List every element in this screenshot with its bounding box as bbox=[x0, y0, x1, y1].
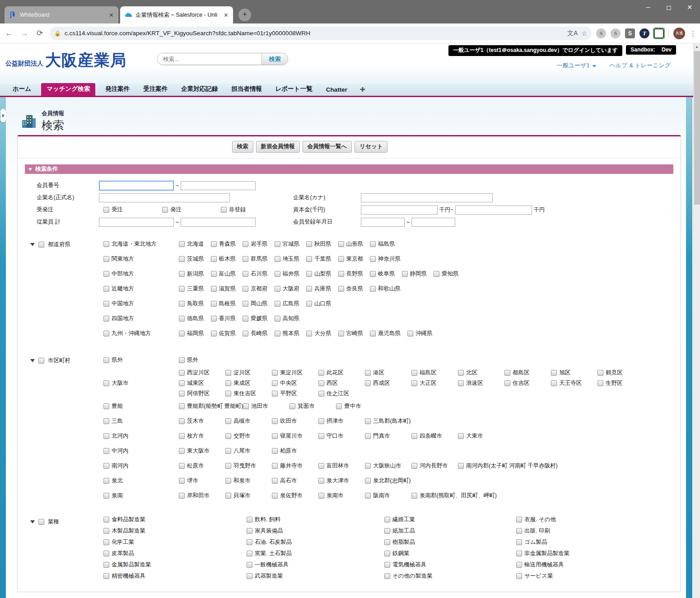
checkbox[interactable] bbox=[275, 301, 280, 307]
checkbox[interactable] bbox=[103, 551, 109, 556]
checkbox[interactable] bbox=[272, 380, 278, 386]
profile-avatar[interactable]: 共通 bbox=[673, 28, 685, 39]
checkbox[interactable] bbox=[275, 331, 280, 336]
reg-date-from-input[interactable] bbox=[361, 218, 405, 227]
checkbox[interactable] bbox=[402, 271, 408, 277]
checkbox[interactable] bbox=[318, 418, 324, 424]
checkbox[interactable] bbox=[247, 517, 252, 523]
checkbox[interactable] bbox=[162, 207, 168, 213]
checkbox[interactable] bbox=[103, 256, 109, 262]
user-menu[interactable]: 一般ユーザ1 bbox=[557, 61, 596, 70]
checkbox[interactable] bbox=[411, 463, 417, 469]
checkbox[interactable] bbox=[272, 370, 278, 376]
nav-tab[interactable]: 発注案件 bbox=[102, 83, 133, 96]
browser-tab-salesforce[interactable]: 企業情報検索 ~ Salesforce - Unli ✕ bbox=[120, 6, 233, 23]
checkbox[interactable] bbox=[103, 433, 109, 439]
action-button[interactable]: リセット bbox=[355, 141, 387, 153]
sidebar-expand-button[interactable] bbox=[0, 109, 6, 122]
checkbox[interactable] bbox=[103, 207, 109, 213]
checkbox[interactable] bbox=[243, 241, 248, 247]
browser-tab-whiteboard[interactable]: WhiteBoard ✕ bbox=[5, 6, 118, 23]
company-name-input[interactable] bbox=[99, 193, 230, 202]
checkbox[interactable] bbox=[365, 418, 371, 424]
checkbox[interactable] bbox=[275, 241, 280, 247]
checkbox[interactable] bbox=[179, 241, 185, 247]
checkbox[interactable] bbox=[103, 301, 109, 307]
checkbox[interactable] bbox=[179, 370, 185, 376]
checkbox[interactable] bbox=[306, 271, 312, 277]
checkbox[interactable] bbox=[306, 301, 312, 307]
checkbox[interactable] bbox=[179, 316, 185, 322]
scrollbar-thumb[interactable] bbox=[694, 51, 700, 205]
browser-menu-icon[interactable]: ⋮ bbox=[690, 29, 696, 37]
checkbox[interactable] bbox=[504, 370, 510, 376]
checkbox[interactable] bbox=[275, 316, 280, 322]
checkbox[interactable] bbox=[243, 403, 249, 409]
nav-tab[interactable]: ホーム bbox=[9, 83, 35, 96]
checkbox[interactable] bbox=[179, 331, 185, 336]
checkbox[interactable] bbox=[211, 301, 217, 307]
checkbox[interactable] bbox=[384, 562, 390, 568]
employees-from-input[interactable] bbox=[99, 218, 174, 227]
extension-coin2-icon[interactable]: S bbox=[611, 28, 621, 38]
collapse-triangle-icon[interactable] bbox=[30, 359, 35, 362]
checkbox[interactable] bbox=[365, 370, 371, 376]
checkbox[interactable] bbox=[370, 256, 376, 262]
action-button[interactable]: 検索 bbox=[232, 141, 253, 153]
checkbox[interactable] bbox=[179, 448, 185, 454]
checkbox[interactable] bbox=[211, 256, 217, 262]
action-button[interactable]: 新規会員情報 bbox=[256, 141, 300, 153]
checkbox[interactable] bbox=[179, 418, 185, 424]
checkbox[interactable] bbox=[370, 286, 376, 292]
checkbox[interactable] bbox=[103, 380, 109, 386]
close-tab-icon[interactable]: ✕ bbox=[109, 12, 114, 19]
maximize-button[interactable]: ◻ bbox=[658, 0, 679, 15]
forward-button[interactable]: → bbox=[19, 29, 30, 38]
checkbox[interactable] bbox=[243, 256, 248, 262]
checkbox[interactable] bbox=[272, 418, 278, 424]
add-tab-icon[interactable]: ✚ bbox=[357, 84, 368, 96]
checkbox[interactable] bbox=[318, 493, 324, 499]
checkbox[interactable] bbox=[318, 391, 324, 397]
checkbox[interactable] bbox=[103, 478, 109, 484]
checkbox[interactable] bbox=[275, 271, 280, 277]
address-bar[interactable]: 🔒 c.cs114.visual.force.com/apex/KRT_VF_K… bbox=[50, 27, 592, 40]
extension-t-icon[interactable]: T bbox=[639, 28, 649, 38]
checkbox[interactable] bbox=[225, 478, 231, 484]
checkbox[interactable] bbox=[458, 463, 464, 469]
checkbox[interactable] bbox=[434, 271, 439, 277]
checkbox[interactable] bbox=[411, 433, 417, 439]
checkbox[interactable] bbox=[103, 418, 109, 424]
checkbox[interactable] bbox=[338, 331, 344, 336]
nav-tab[interactable]: Chatter bbox=[322, 84, 351, 96]
checkbox[interactable] bbox=[247, 573, 252, 579]
checkbox[interactable] bbox=[272, 448, 278, 454]
checkbox[interactable] bbox=[411, 380, 417, 386]
checkbox[interactable] bbox=[103, 241, 109, 247]
checkbox[interactable] bbox=[179, 433, 185, 439]
checkbox[interactable] bbox=[225, 448, 231, 454]
checkbox[interactable] bbox=[384, 573, 390, 579]
checkbox[interactable] bbox=[225, 380, 231, 386]
checkbox[interactable] bbox=[247, 528, 252, 534]
reg-date-to-input[interactable] bbox=[411, 218, 455, 227]
checkbox[interactable] bbox=[338, 241, 344, 247]
checkbox[interactable] bbox=[225, 433, 231, 439]
reload-button[interactable]: ⟳ bbox=[34, 28, 45, 38]
minimize-button[interactable]: ─ bbox=[638, 0, 658, 15]
checkbox[interactable] bbox=[179, 286, 185, 292]
screenshot-extension-icon[interactable] bbox=[654, 28, 664, 38]
collapse-triangle-icon[interactable] bbox=[30, 243, 35, 246]
checkbox[interactable] bbox=[103, 539, 109, 545]
checkbox[interactable] bbox=[306, 331, 312, 336]
checkbox[interactable] bbox=[384, 517, 390, 523]
checkbox[interactable] bbox=[243, 316, 248, 322]
checkbox[interactable] bbox=[103, 357, 109, 363]
checkbox[interactable] bbox=[103, 493, 109, 499]
checkbox[interactable] bbox=[103, 448, 109, 454]
checkbox[interactable] bbox=[551, 370, 557, 376]
checkbox[interactable] bbox=[225, 493, 231, 499]
bookmark-star-icon[interactable]: ☆ bbox=[581, 30, 587, 37]
prefecture-all-checkbox[interactable] bbox=[38, 242, 44, 248]
checkbox[interactable] bbox=[272, 391, 278, 397]
